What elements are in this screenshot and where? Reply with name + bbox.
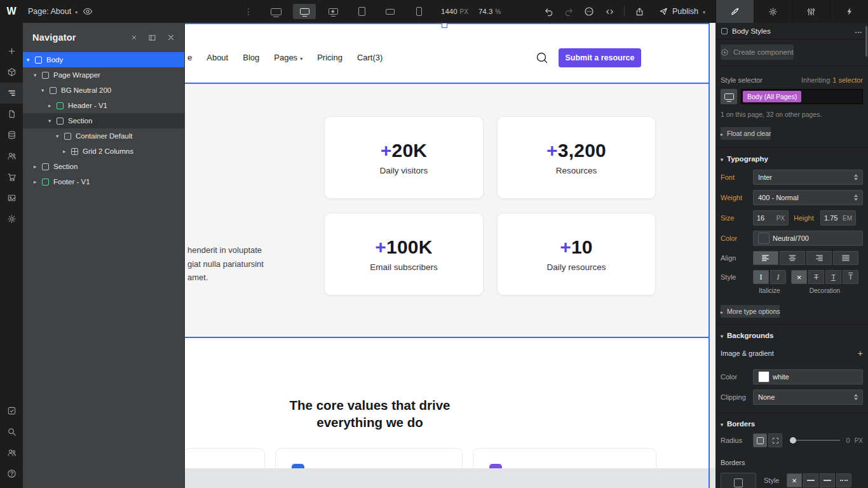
radius-slider[interactable] [790, 440, 840, 441]
add-elements-icon[interactable] [0, 41, 23, 62]
style-panel-tab[interactable] [715, 0, 754, 23]
tree-item-grid-2-columns[interactable]: Grid 2 Columns [23, 144, 184, 159]
radius-unit[interactable]: PX [855, 437, 863, 444]
typography-section-header[interactable]: Typography [715, 153, 868, 165]
tree-item-section-2[interactable]: Section [23, 159, 184, 174]
collapse-all-icon[interactable] [131, 34, 137, 41]
tree-item-header-v1[interactable]: Header - V1 [23, 98, 184, 113]
align-center-button[interactable] [780, 251, 805, 265]
clipping-select[interactable]: None [753, 390, 863, 405]
core-values-heading[interactable]: The core values that drive everything we… [243, 396, 497, 431]
search-icon[interactable] [0, 421, 23, 442]
nav-link-pricing[interactable]: Pricing [317, 53, 342, 62]
add-background-button[interactable] [858, 348, 863, 358]
overline-button[interactable] [843, 270, 858, 284]
cms-icon[interactable] [0, 125, 23, 146]
undo-button[interactable] [540, 3, 557, 20]
expand-caret-icon[interactable] [34, 163, 42, 170]
align-right-button[interactable] [806, 251, 832, 265]
publish-button[interactable]: Publish [659, 7, 705, 16]
color-swatch[interactable] [758, 233, 770, 244]
breakpoint-1440-button[interactable] [293, 4, 316, 19]
expand-caret-icon[interactable] [34, 72, 42, 78]
selection-handle[interactable] [442, 23, 447, 28]
inheriting-count-link[interactable]: 1 selector [832, 76, 863, 84]
settings-icon[interactable] [0, 208, 23, 229]
italic-on-button[interactable] [770, 270, 786, 284]
breakpoint-desktop-base-button[interactable] [322, 4, 344, 19]
help-icon[interactable] [0, 463, 23, 484]
decoration-none-button[interactable] [791, 270, 807, 284]
nav-link[interactable]: e [187, 53, 192, 62]
breakpoint-phone-portrait-button[interactable] [407, 4, 430, 19]
radius-all-corners-button[interactable] [753, 433, 767, 447]
borders-section-header[interactable]: Borders [715, 418, 868, 430]
core-values-section[interactable]: The core values that drive everything we… [185, 337, 710, 488]
underline-button[interactable] [825, 270, 841, 284]
text-color-picker[interactable]: Neutral/700 [753, 231, 863, 246]
navigator-icon[interactable] [0, 83, 23, 104]
tree-item-page-wrapper[interactable]: Page Wrapper [23, 67, 184, 83]
breakpoint-phone-landscape-button[interactable] [379, 4, 402, 19]
strikethrough-button[interactable] [808, 270, 824, 284]
zoom-value[interactable]: 74.3 [478, 8, 492, 15]
page-picker[interactable]: Page: About [28, 0, 78, 23]
border-sides-selector[interactable] [721, 473, 756, 488]
components-icon[interactable] [0, 62, 23, 83]
align-justify-button[interactable] [833, 251, 858, 265]
border-none-button[interactable] [787, 473, 802, 487]
audit-icon[interactable] [0, 400, 23, 421]
border-dashed-button[interactable] [820, 473, 835, 487]
close-icon[interactable] [167, 34, 175, 41]
nav-link-cart[interactable]: Cart(3) [357, 53, 383, 62]
line-height-input[interactable]: 1.75 EM [820, 210, 856, 226]
site-header[interactable]: e About Blog Pages Pricing Cart(3) Submi… [185, 24, 710, 83]
stat-card-daily-visitors[interactable]: +20K Daily visitors [324, 116, 484, 199]
stat-card-daily-resources[interactable]: +10 Daily resources [497, 213, 656, 295]
submit-resource-button[interactable]: Submit a resource [559, 48, 641, 67]
border-solid-button[interactable] [803, 473, 818, 487]
align-left-button[interactable] [753, 251, 778, 265]
nav-link-about[interactable]: About [207, 53, 228, 62]
more-type-options-toggle[interactable]: More type options [721, 305, 780, 318]
more-options-icon[interactable] [581, 3, 597, 20]
breakpoint-tablet-button[interactable] [350, 4, 373, 19]
dock-panel-icon[interactable] [148, 34, 156, 42]
nav-link-blog[interactable]: Blog [243, 53, 259, 62]
tree-item-bg-neutral-200[interactable]: BG Neutral 200 [23, 83, 184, 98]
font-size-input[interactable]: 16 PX [753, 210, 789, 226]
style-manager-tab[interactable] [792, 0, 830, 23]
stat-card-resources[interactable]: +3,200 Resources [497, 116, 656, 199]
color-swatch[interactable] [758, 371, 770, 383]
design-canvas[interactable]: e About Blog Pages Pricing Cart(3) Submi… [185, 23, 715, 488]
slider-knob[interactable] [790, 437, 796, 444]
webflow-menu-button[interactable] [0, 0, 23, 23]
users-icon[interactable] [0, 146, 23, 166]
backgrounds-section-header[interactable]: Backgrounds [715, 330, 868, 341]
panel-menu-icon[interactable] [855, 27, 862, 35]
page-body[interactable]: e About Blog Pages Pricing Cart(3) Submi… [185, 24, 710, 488]
expand-caret-icon[interactable] [48, 118, 57, 124]
settings-panel-tab[interactable] [754, 0, 792, 23]
tree-item-section[interactable]: Section [23, 113, 184, 128]
radius-individual-corners-button[interactable] [768, 433, 782, 447]
border-dotted-button[interactable] [836, 473, 851, 487]
expand-caret-icon[interactable] [34, 179, 42, 185]
code-export-icon[interactable] [601, 3, 618, 20]
nav-link-pages[interactable]: Pages [274, 53, 302, 62]
collaborators-icon[interactable] [0, 442, 23, 463]
assets-icon[interactable] [0, 187, 23, 208]
stat-card-email-subscribers[interactable]: +100K Email subscribers [324, 213, 484, 295]
tree-item-footer-v1[interactable]: Footer - V1 [23, 174, 184, 189]
weight-select[interactable]: 400 - Normal [753, 190, 863, 205]
tree-item-body[interactable]: Body [23, 52, 184, 67]
selector-tag[interactable]: Body (All Pages) [743, 91, 801, 102]
expand-caret-icon[interactable] [56, 133, 64, 139]
pages-icon[interactable] [0, 104, 23, 125]
expand-caret-icon[interactable] [27, 57, 35, 63]
selector-scope-toggle[interactable] [721, 89, 737, 104]
breakpoint-1920-button[interactable] [264, 4, 287, 19]
selector-input[interactable]: Body (All Pages) [741, 89, 863, 104]
italic-off-button[interactable] [753, 270, 769, 284]
stats-paragraph[interactable]: henderit in voluptate giat nulla pariatu… [187, 243, 264, 285]
